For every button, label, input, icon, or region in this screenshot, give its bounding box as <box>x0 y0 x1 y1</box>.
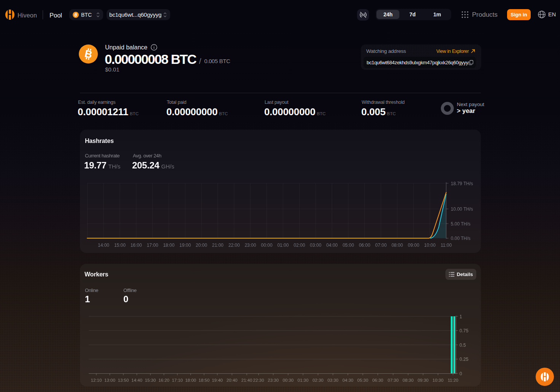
svg-text:18.79 TH/s: 18.79 TH/s <box>451 181 473 186</box>
svg-text:09:00: 09:00 <box>408 243 419 248</box>
svg-text:18:00: 18:00 <box>163 243 174 248</box>
svg-text:08:30: 08:30 <box>403 378 414 382</box>
svg-text:21:40: 21:40 <box>241 378 252 382</box>
svg-text:23:00: 23:00 <box>245 243 256 248</box>
svg-text:10.00 TH/s: 10.00 TH/s <box>451 206 473 212</box>
svg-text:0: 0 <box>459 371 462 376</box>
svg-text:18:00: 18:00 <box>185 378 196 382</box>
svg-text:0.25: 0.25 <box>459 357 469 362</box>
svg-text:05:30: 05:30 <box>357 378 369 382</box>
svg-text:0.75: 0.75 <box>459 328 469 333</box>
svg-text:0.00 TH/s: 0.00 TH/s <box>451 236 471 241</box>
svg-text:0.5: 0.5 <box>459 343 466 348</box>
svg-text:14:40: 14:40 <box>131 378 142 382</box>
svg-text:12:10: 12:10 <box>91 378 102 382</box>
svg-text:01:00: 01:00 <box>277 243 289 248</box>
svg-text:07:00: 07:00 <box>375 243 387 248</box>
svg-text:13:50: 13:50 <box>118 378 129 382</box>
svg-text:04:00: 04:00 <box>326 243 338 248</box>
svg-text:13:00: 13:00 <box>104 378 115 382</box>
svg-text:22:30: 22:30 <box>253 378 264 382</box>
svg-text:16:00: 16:00 <box>131 243 142 248</box>
svg-text:04:30: 04:30 <box>342 378 353 382</box>
svg-text:17:00: 17:00 <box>147 243 158 248</box>
svg-text:05:00: 05:00 <box>343 243 354 248</box>
svg-text:14:00: 14:00 <box>98 243 109 248</box>
svg-text:11:20: 11:20 <box>448 378 458 382</box>
svg-text:02:30: 02:30 <box>313 378 324 382</box>
svg-text:21:00: 21:00 <box>212 243 223 248</box>
svg-text:10:30: 10:30 <box>432 378 444 382</box>
svg-text:18:50: 18:50 <box>199 378 210 382</box>
svg-text:03:30: 03:30 <box>327 378 338 382</box>
svg-text:01:30: 01:30 <box>298 378 309 382</box>
svg-text:20:40: 20:40 <box>227 378 238 382</box>
svg-text:08:00: 08:00 <box>391 243 403 248</box>
svg-text:20:00: 20:00 <box>196 243 207 248</box>
svg-text:19:00: 19:00 <box>179 243 191 248</box>
svg-text:00:30: 00:30 <box>282 378 294 382</box>
svg-text:00:00: 00:00 <box>261 243 273 248</box>
svg-text:23:30: 23:30 <box>268 378 279 382</box>
svg-text:06:30: 06:30 <box>372 378 383 382</box>
svg-text:15:00: 15:00 <box>114 243 126 248</box>
svg-text:02:00: 02:00 <box>294 243 305 248</box>
svg-text:19:40: 19:40 <box>212 378 223 382</box>
svg-text:15:30: 15:30 <box>145 378 156 382</box>
svg-text:16:20: 16:20 <box>158 378 169 382</box>
svg-text:03:00: 03:00 <box>310 243 321 248</box>
svg-text:10:00: 10:00 <box>424 243 436 248</box>
svg-text:22:00: 22:00 <box>228 243 240 248</box>
svg-text:5.00 TH/s: 5.00 TH/s <box>451 221 471 227</box>
svg-text:09:30: 09:30 <box>418 378 429 382</box>
svg-text:06:00: 06:00 <box>359 243 370 248</box>
svg-text:1: 1 <box>459 314 462 319</box>
svg-text:17:10: 17:10 <box>172 378 183 382</box>
svg-text:11:00: 11:00 <box>440 243 452 248</box>
svg-text:07:30: 07:30 <box>388 378 399 382</box>
